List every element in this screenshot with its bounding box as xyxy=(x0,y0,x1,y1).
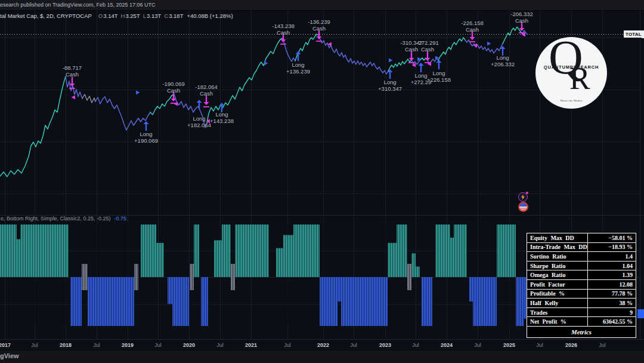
metric-label: Profitable % xyxy=(527,290,587,297)
time-axis-label: 2023 xyxy=(379,342,391,348)
time-axis-label: 2018 xyxy=(60,342,72,348)
change-value: +40.08B (+1.28%) xyxy=(187,13,233,19)
quantumresearch-logo: Q R QUANTUMRESEARCH Master the Market xyxy=(535,37,607,109)
price-scale-symbol-badge: TOTAL xyxy=(624,30,643,38)
metric-label: Sharpe Ratio xyxy=(527,263,587,269)
metrics-table-row: Net Profit %63642.55 % xyxy=(527,317,636,327)
symbol-status-row[interactable]: tal Market Cap, $, 2D, CRYPTOCAPO3.14TH3… xyxy=(0,13,233,20)
indicator-value-label-cut xyxy=(637,309,644,318)
time-axis-label: Jul xyxy=(599,342,606,348)
price-scale-label-cut xyxy=(642,30,644,38)
metric-value: −18.93 % xyxy=(587,243,636,252)
cash-signal-label: -182.064Cash xyxy=(195,84,218,97)
tradingview-watermark[interactable]: gView xyxy=(0,352,19,359)
metrics-table-row: Profit Factor12.08 xyxy=(527,280,636,290)
time-axis[interactable]: 2017Jul2018Jul2019Jul2020Jul2021Jul2022J… xyxy=(0,339,644,350)
metric-value: 77.78 % xyxy=(587,290,636,299)
time-axis-label: 2020 xyxy=(183,342,195,348)
indicator-status-row[interactable]: e, Bottom Right, Simple, Classic2, 0.25,… xyxy=(1,216,126,222)
long-signal-label: Long+206.332 xyxy=(491,55,515,67)
time-axis-label: Jul xyxy=(31,342,38,348)
metrics-table-title: Metrics xyxy=(527,327,636,337)
metrics-table-row: Half Kelly38 % xyxy=(527,299,636,308)
time-axis-label: 2021 xyxy=(245,342,257,348)
metric-label: Equity Max DD xyxy=(527,235,587,241)
time-axis-label: 2026 xyxy=(565,342,577,348)
open-value: 3.14T xyxy=(103,13,117,19)
metric-value: 38 % xyxy=(587,299,636,307)
close-value: 3.18T xyxy=(169,13,183,19)
long-signal-label: Long+190.069 xyxy=(134,131,158,144)
time-axis-label: 2022 xyxy=(317,342,329,348)
usa-flag-icon xyxy=(518,202,528,212)
time-axis-label: 2025 xyxy=(503,342,515,348)
metric-label: Net Profit % xyxy=(527,318,587,325)
high-value: 3.25T xyxy=(125,13,140,19)
metric-label: Profit Factor xyxy=(527,281,587,288)
metric-label: Half Kelly xyxy=(527,300,587,306)
long-signal-label: Long+143.238 xyxy=(210,112,234,124)
metric-value: 1.39 xyxy=(587,270,636,279)
publish-bar: esearch published on TradingView.com, Fe… xyxy=(0,0,644,11)
low-value: 3.13T xyxy=(147,13,161,19)
logo-brand-text: QUANTUMRESEARCH xyxy=(535,64,607,70)
indicator-title: e, Bottom Right, Simple, Classic2, 0.25,… xyxy=(1,216,111,222)
metric-value: 63642.55 % xyxy=(587,317,636,326)
metric-label: Sortino Ratio xyxy=(527,253,587,260)
time-axis-label: Jul xyxy=(536,342,543,348)
metric-value: 1.4 xyxy=(587,252,636,261)
cash-signal-label: -206.332Cash xyxy=(510,11,533,24)
long-signal-label: Long+226.158 xyxy=(427,70,451,83)
cash-signal-label: -88.717Cash xyxy=(63,65,82,78)
metrics-table: Equity Max DD−58.01 %Intra-Trade Max DD−… xyxy=(527,233,636,338)
metric-label: Intra-Trade Max DD xyxy=(527,244,587,250)
metric-value: 9 xyxy=(587,308,636,317)
time-axis-label: 2019 xyxy=(122,342,134,348)
notification-dot xyxy=(526,192,528,194)
metric-value: −58.01 % xyxy=(587,233,636,242)
publish-text: esearch published on TradingView.com, Fe… xyxy=(0,0,156,10)
flash-icon xyxy=(518,192,528,202)
open-label: O xyxy=(98,13,103,19)
cash-signal-label: -190.069Cash xyxy=(162,81,185,94)
metrics-table-row: Omega Ratio1.39 xyxy=(527,270,636,280)
main-chart-pane[interactable] xyxy=(0,10,644,215)
metrics-table-row: Sortino Ratio1.4 xyxy=(527,252,636,262)
time-axis-label: Jul xyxy=(474,342,481,348)
indicator-value: -0.75 xyxy=(114,216,127,222)
long-signal-label: Long+182.064 xyxy=(187,116,211,128)
metrics-table-row: Equity Max DD−58.01 % xyxy=(527,233,636,243)
time-axis-label: 2017 xyxy=(0,342,11,348)
long-signal-label: Long+310.347 xyxy=(378,79,402,92)
time-axis-label: Jul xyxy=(154,342,162,348)
long-signal-label: Long+136.239 xyxy=(286,62,310,75)
time-axis-label: 2024 xyxy=(441,342,453,348)
metrics-table-row: Sharpe Ratio1.04 xyxy=(527,262,636,271)
lightning-bolt-icon xyxy=(521,195,525,200)
time-axis-label: Jul xyxy=(350,342,357,348)
symbol-title: tal Market Cap, $, 2D, CRYPTOCAP xyxy=(0,13,92,19)
cash-signal-label: -143.238Cash xyxy=(272,23,295,36)
tradingview-screenshot: esearch published on TradingView.com, Fe… xyxy=(0,0,644,363)
time-axis-label: Jul xyxy=(93,342,100,348)
cash-signal-label: -136.239Cash xyxy=(308,19,330,32)
time-axis-label: Jul xyxy=(284,342,291,348)
metric-value: 1.04 xyxy=(587,262,636,270)
high-label: H xyxy=(121,13,125,19)
low-label: L xyxy=(143,13,146,19)
time-axis-label: Jul xyxy=(412,342,419,348)
metrics-table-row: Profitable %77.78 % xyxy=(527,290,636,299)
time-axis-label: Jul xyxy=(216,342,224,348)
cash-signal-label: -226.158Cash xyxy=(461,20,484,33)
metric-value: 12.08 xyxy=(587,280,636,289)
metrics-table-row: Trades9 xyxy=(527,308,636,318)
close-label: C xyxy=(164,13,168,19)
metric-label: Trades xyxy=(527,309,587,316)
bottom-toolbar: gView xyxy=(0,350,644,363)
metric-label: Omega Ratio xyxy=(527,272,587,278)
metrics-table-row: Intra-Trade Max DD−18.93 % xyxy=(527,243,636,253)
cash-signal-label: -272.291Cash xyxy=(416,40,439,53)
